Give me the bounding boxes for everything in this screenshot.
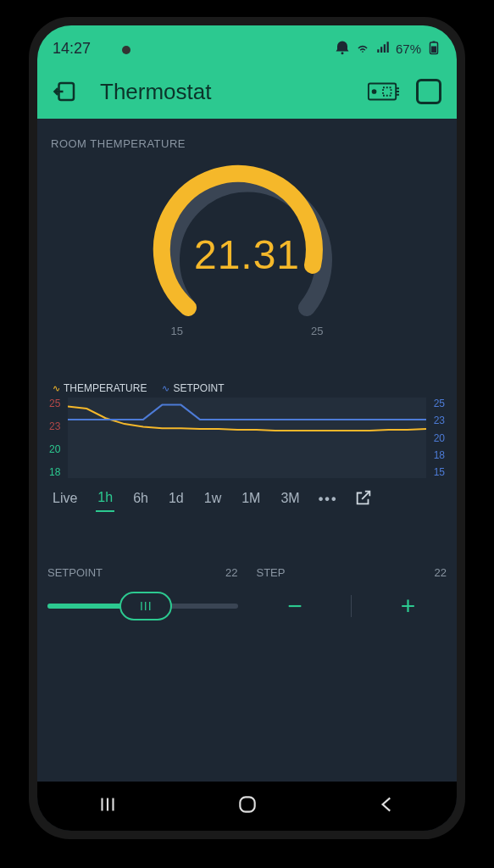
gauge-max: 25	[311, 325, 323, 337]
svg-rect-15	[68, 398, 426, 478]
step-minus-button[interactable]: −	[274, 592, 316, 620]
gauge-ticks: 15 25	[146, 325, 349, 337]
tab-1w[interactable]: 1w	[203, 487, 223, 511]
content: ROOM THEMPERATURE 21.31 15 25	[37, 119, 457, 782]
step-value: 22	[435, 566, 447, 579]
svg-rect-1	[377, 49, 379, 53]
chart-plot[interactable]: 25 23 20 18 25 23 20 18 15	[47, 398, 447, 478]
legend-label: THEMPERATURE	[64, 382, 147, 394]
step-label: STEP	[257, 566, 286, 579]
tab-1d[interactable]: 1d	[167, 487, 186, 511]
svg-point-14	[373, 90, 376, 93]
svg-rect-19	[240, 797, 254, 811]
svg-rect-4	[386, 42, 388, 53]
setpoint-control: SETPOINT 22 III	[47, 566, 238, 623]
setpoint-label: SETPOINT	[47, 566, 103, 579]
title-bar: Thermostat	[37, 64, 457, 119]
checkbox-toggle[interactable]	[413, 75, 445, 108]
android-nav-bar	[37, 782, 457, 831]
legend-setpoint: ∿ SETPOINT	[162, 382, 224, 394]
alarm-icon	[335, 40, 350, 58]
battery-text: 67%	[396, 42, 421, 56]
slider-handle-icon[interactable]: III	[119, 592, 172, 620]
tab-3M[interactable]: 3M	[279, 487, 301, 511]
setpoint-slider[interactable]: III	[47, 589, 238, 623]
wifi-icon	[355, 40, 370, 58]
page-title: Thermostat	[100, 79, 353, 105]
setpoint-value: 22	[225, 566, 237, 579]
step-plus-button[interactable]: +	[386, 592, 429, 620]
gauge-value: 21.31	[47, 231, 447, 278]
time-range-tabs: Live 1h 6h 1d 1w 1M 3M •••	[47, 487, 447, 512]
more-button[interactable]: •••	[319, 492, 338, 507]
device-icon-button[interactable]	[367, 75, 399, 108]
svg-rect-7	[433, 41, 436, 42]
divider	[351, 595, 352, 617]
back-button[interactable]	[49, 75, 81, 108]
step-control: STEP 22 − +	[257, 566, 447, 623]
series-icon: ∿	[162, 383, 169, 394]
tab-6h[interactable]: 6h	[131, 487, 150, 511]
clock: 14:27	[53, 40, 91, 58]
chart-legend: ∿ THEMPERATURE ∿ SETPOINT	[53, 382, 447, 394]
gauge-label: ROOM THEMPERATURE	[51, 137, 447, 150]
tab-1h[interactable]: 1h	[96, 487, 114, 512]
tab-live[interactable]: Live	[51, 487, 79, 511]
series-icon: ∿	[53, 383, 59, 394]
home-button[interactable]	[236, 793, 258, 819]
temperature-gauge: 21.31 15 25	[47, 155, 447, 333]
legend-temperature: ∿ THEMPERATURE	[53, 382, 147, 394]
status-bar: 14:27 67%	[37, 25, 457, 64]
recent-apps-button[interactable]	[97, 793, 119, 819]
back-nav-button[interactable]	[376, 793, 398, 819]
controls-row: SETPOINT 22 III STEP 22 −	[47, 566, 447, 623]
status-right: 67%	[335, 40, 441, 58]
svg-rect-3	[384, 44, 386, 53]
gauge-min: 15	[171, 325, 183, 337]
phone-frame: 14:27 67%	[29, 17, 465, 839]
legend-label: SETPOINT	[173, 382, 224, 394]
tab-1M[interactable]: 1M	[240, 487, 262, 511]
svg-rect-6	[431, 46, 436, 53]
signal-icon	[375, 40, 391, 58]
screen: 14:27 67%	[37, 25, 457, 831]
svg-rect-13	[383, 87, 391, 96]
battery-icon	[426, 40, 441, 58]
svg-point-0	[341, 52, 343, 54]
chart-area: ∿ THEMPERATURE ∿ SETPOINT 25 23 20 18	[47, 382, 447, 512]
left-axis: 25 23 20 18	[49, 398, 60, 478]
svg-rect-2	[380, 47, 382, 53]
export-icon[interactable]	[354, 488, 373, 510]
right-axis: 25 23 20 18 15	[434, 398, 445, 478]
